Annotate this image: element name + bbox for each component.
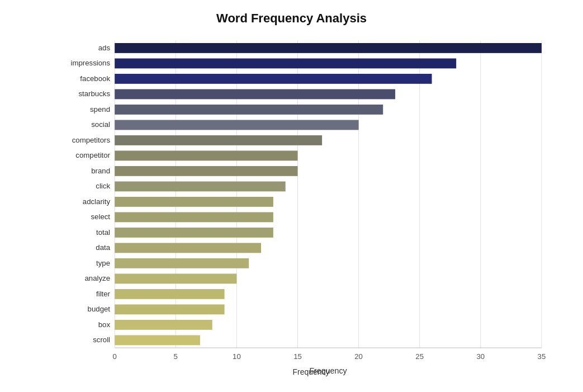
svg-rect-25 — [115, 105, 383, 115]
svg-text:filter: filter — [96, 290, 111, 298]
svg-rect-49 — [115, 289, 224, 299]
svg-text:facebook: facebook — [80, 74, 110, 83]
svg-rect-19 — [115, 58, 456, 68]
svg-text:0: 0 — [112, 352, 116, 361]
svg-text:starbucks: starbucks — [78, 89, 110, 98]
chart-inner: 05101520253035adsimpressionsfacebookstar… — [61, 35, 561, 376]
svg-rect-31 — [115, 150, 297, 160]
svg-rect-45 — [115, 258, 249, 268]
svg-rect-39 — [115, 212, 273, 222]
svg-rect-37 — [115, 197, 273, 207]
svg-rect-41 — [115, 228, 273, 238]
chart-container: Word Frequency Analysis 05101520253035ad… — [0, 0, 583, 392]
svg-rect-27 — [115, 120, 358, 130]
svg-text:data: data — [96, 243, 110, 252]
svg-text:adclarity: adclarity — [83, 197, 111, 206]
svg-text:25: 25 — [415, 352, 424, 361]
svg-text:competitor: competitor — [75, 151, 110, 159]
svg-text:5: 5 — [174, 352, 178, 361]
svg-rect-33 — [115, 166, 297, 176]
svg-text:35: 35 — [538, 352, 546, 361]
svg-text:click: click — [96, 182, 110, 190]
svg-rect-43 — [115, 243, 261, 253]
svg-text:select: select — [91, 212, 110, 221]
svg-text:ads: ads — [98, 44, 111, 52]
bar-chart: 05101520253035adsimpressionsfacebookstar… — [61, 35, 561, 376]
svg-text:competitors: competitors — [72, 136, 111, 144]
svg-text:impressions: impressions — [70, 59, 110, 67]
svg-text:scroll: scroll — [93, 336, 110, 344]
svg-rect-47 — [115, 273, 236, 284]
svg-rect-55 — [115, 335, 200, 345]
svg-rect-29 — [115, 135, 322, 145]
svg-text:30: 30 — [476, 352, 485, 361]
svg-rect-23 — [115, 89, 395, 99]
svg-text:20: 20 — [354, 352, 363, 361]
x-axis-label: Frequency — [61, 367, 561, 376]
svg-text:10: 10 — [233, 352, 241, 361]
svg-rect-51 — [115, 304, 224, 314]
svg-rect-21 — [115, 74, 432, 84]
svg-text:type: type — [96, 259, 110, 267]
svg-rect-35 — [115, 181, 286, 191]
svg-text:box: box — [98, 320, 111, 329]
svg-text:brand: brand — [91, 167, 110, 175]
chart-title: Word Frequency Analysis — [22, 11, 561, 26]
svg-rect-17 — [115, 43, 542, 53]
svg-text:analyze: analyze — [84, 274, 110, 282]
svg-rect-53 — [115, 320, 212, 330]
svg-text:budget: budget — [88, 305, 111, 313]
svg-text:spend: spend — [90, 105, 110, 114]
svg-text:total: total — [96, 228, 110, 237]
svg-text:social: social — [91, 120, 110, 129]
svg-text:15: 15 — [293, 352, 302, 361]
